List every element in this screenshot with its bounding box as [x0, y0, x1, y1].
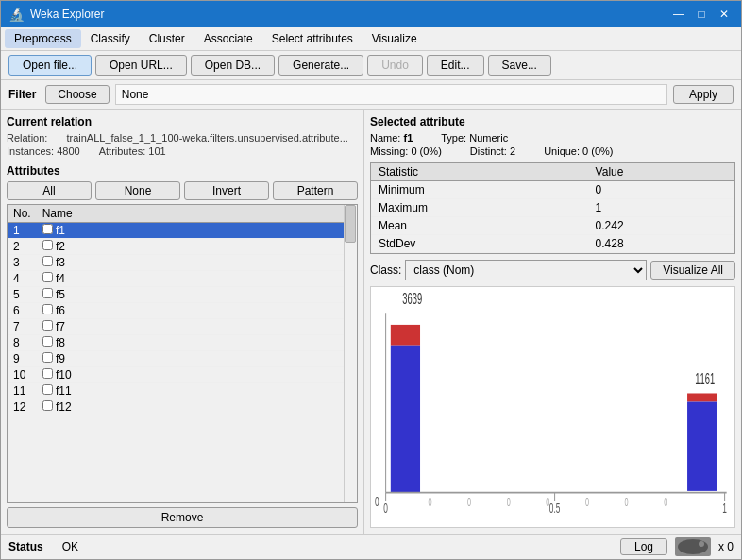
minimize-button[interactable]: — — [669, 5, 688, 24]
menu-preprocess[interactable]: Preprocess — [5, 29, 81, 48]
table-row[interactable]: 8 f8 — [8, 335, 344, 351]
main-window: 🔬 Weka Explorer — □ ✕ Preprocess Classif… — [0, 0, 742, 560]
filter-text-input[interactable] — [115, 84, 667, 105]
visualize-all-button[interactable]: Visualize All — [650, 261, 735, 280]
scrollbar[interactable] — [344, 205, 357, 502]
undo-button[interactable]: Undo — [367, 55, 423, 76]
bar2-red-segment — [687, 393, 717, 401]
table-row[interactable]: 1 f1 — [8, 223, 344, 239]
row-checkbox[interactable] — [42, 272, 53, 282]
row-checkbox[interactable] — [42, 400, 53, 411]
menu-select-attributes[interactable]: Select attributes — [262, 29, 363, 48]
right-panel: Selected attribute Name: f1 Type: Numeri… — [364, 110, 741, 534]
relation-label: Relation: — [7, 132, 47, 144]
table-row[interactable]: 3 f3 — [8, 255, 344, 271]
bar1-label: 3639 — [402, 290, 422, 307]
edit-button[interactable]: Edit... — [427, 55, 484, 76]
svg-text:0: 0 — [428, 496, 431, 508]
svg-point-11 — [699, 541, 704, 547]
pattern-button[interactable]: Pattern — [273, 181, 358, 200]
relation-value: trainALL_false_1_1_100-weka.filters.unsu… — [66, 132, 347, 144]
stat-name: StdDev — [371, 235, 588, 253]
toolbar: Open file... Open URL... Open DB... Gene… — [1, 51, 741, 80]
class-row: Class: class (Nom) Visualize All — [370, 260, 735, 280]
row-name: f9 — [56, 352, 65, 365]
row-checkbox[interactable] — [42, 336, 53, 347]
generate-button[interactable]: Generate... — [278, 55, 363, 76]
open-file-button[interactable]: Open file... — [8, 55, 92, 76]
menu-visualize[interactable]: Visualize — [363, 29, 427, 48]
value-col-header: Value — [588, 163, 734, 181]
maximize-button[interactable]: □ — [692, 5, 711, 24]
row-checkbox-cell: f3 — [37, 255, 344, 271]
stats-row: Minimum 0 — [371, 181, 734, 199]
apply-button[interactable]: Apply — [673, 85, 734, 104]
save-button[interactable]: Save... — [488, 55, 551, 76]
x-label-1: 1 — [722, 501, 727, 517]
row-checkbox[interactable] — [42, 240, 53, 250]
remove-button[interactable]: Remove — [7, 507, 358, 528]
filter-choose-button[interactable]: Choose — [45, 85, 109, 104]
stats-row: Maximum 1 — [371, 199, 734, 217]
menu-associate[interactable]: Associate — [194, 29, 262, 48]
row-no: 3 — [8, 255, 37, 271]
weka-logo — [675, 537, 711, 556]
status-left: Status OK — [8, 540, 78, 553]
row-no: 8 — [8, 335, 37, 351]
row-checkbox-cell: f4 — [37, 271, 344, 287]
row-no: 2 — [8, 239, 37, 255]
invert-button[interactable]: Invert — [184, 181, 269, 200]
x-label-0: 0 — [383, 501, 388, 517]
row-checkbox[interactable] — [42, 368, 53, 379]
table-row[interactable]: 6 f6 — [8, 303, 344, 319]
stat-value: 0 — [588, 181, 734, 199]
filter-row: Filter Choose Apply — [1, 80, 741, 110]
row-checkbox[interactable] — [42, 304, 53, 314]
open-db-button[interactable]: Open DB... — [191, 55, 275, 76]
stats-row: Mean 0.242 — [371, 217, 734, 235]
table-row[interactable]: 12 f12 — [8, 399, 344, 414]
row-checkbox[interactable] — [42, 224, 53, 234]
remove-btn-row: Remove — [7, 503, 358, 528]
scrollbar-thumb[interactable] — [345, 205, 356, 243]
chart-svg: 3639 1161 — [371, 287, 734, 527]
row-checkbox[interactable] — [42, 352, 53, 363]
log-button[interactable]: Log — [620, 538, 667, 555]
all-button[interactable]: All — [7, 181, 92, 200]
table-row[interactable]: 9 f9 — [8, 351, 344, 367]
row-checkbox-cell: f11 — [37, 383, 344, 399]
table-row[interactable]: 10 f10 — [8, 367, 344, 383]
attr-missing-row: Missing: 0 (0%) — [370, 145, 442, 157]
menu-cluster[interactable]: Cluster — [140, 29, 194, 48]
attribute-table: No. Name 1 f1 2 f2 3 f3 4 f4 5 f5 6 f6 7 — [8, 205, 344, 413]
table-row[interactable]: 5 f5 — [8, 287, 344, 303]
svg-text:0: 0 — [585, 496, 589, 508]
stat-value: 0.428 — [588, 235, 734, 253]
table-row[interactable]: 2 f2 — [8, 239, 344, 255]
svg-text:0: 0 — [546, 496, 549, 508]
open-url-button[interactable]: Open URL... — [95, 55, 187, 76]
attribute-scroll-area[interactable]: No. Name 1 f1 2 f2 3 f3 4 f4 5 f5 6 f6 7 — [8, 205, 357, 413]
row-checkbox[interactable] — [42, 288, 53, 298]
y-origin-label: 0 — [375, 494, 379, 510]
close-button[interactable]: ✕ — [715, 5, 734, 24]
app-icon: 🔬 — [8, 7, 25, 22]
row-checkbox-cell: f1 — [37, 223, 344, 239]
none-button[interactable]: None — [95, 181, 180, 200]
current-relation-title: Current relation — [7, 115, 358, 128]
table-row[interactable]: 7 f7 — [8, 319, 344, 335]
row-name: f11 — [56, 384, 72, 398]
menu-classify[interactable]: Classify — [81, 29, 140, 48]
table-row[interactable]: 11 f11 — [8, 383, 344, 399]
table-row[interactable]: 4 f4 — [8, 271, 344, 287]
row-checkbox[interactable] — [42, 320, 53, 331]
attr-distinct-row: Distinct: 2 — [470, 145, 515, 157]
instances-label: Instances: 4800 — [7, 145, 80, 157]
title-bar-left: 🔬 Weka Explorer — [8, 7, 104, 22]
selected-attribute-section: Selected attribute Name: f1 Type: Numeri… — [370, 115, 735, 157]
class-select[interactable]: class (Nom) — [405, 260, 647, 280]
row-checkbox[interactable] — [42, 256, 53, 266]
row-name: f6 — [56, 304, 65, 317]
row-checkbox[interactable] — [42, 384, 53, 395]
row-name: f8 — [56, 336, 65, 349]
